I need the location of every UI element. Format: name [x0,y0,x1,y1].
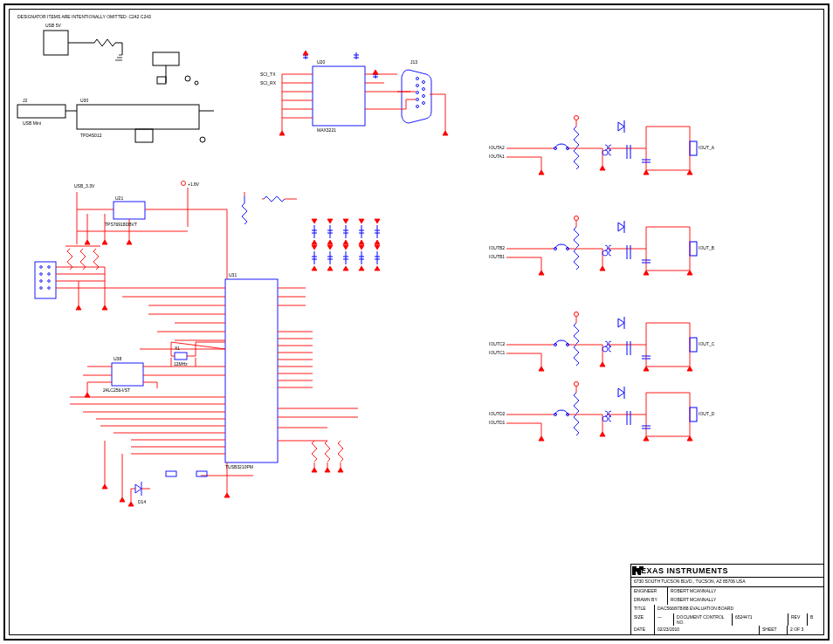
svg-rect-89 [175,353,187,360]
rs232-conn-ref: J13 [410,59,417,65]
dac-d-out: IOUT_D [699,411,714,416]
title-val: DAC5668/78/88 EVALUATION BOARD [657,606,733,611]
svg-rect-15 [313,66,365,126]
mcu-3v3: USB_3.3V [74,183,94,188]
svg-rect-202 [690,338,697,352]
rev-lbl: REV [791,614,800,620]
xtal-ref: X1 [175,346,180,351]
svg-point-55 [40,266,43,269]
size-lbl: SIZE [634,614,644,620]
svg-point-62 [48,287,51,290]
svg-rect-184 [690,141,697,155]
xtal-val: 12MHz [174,361,188,367]
dac-c-inp: IOUTC2 [489,341,505,346]
usb-conn-ref: J2 [23,98,27,103]
drawn-lbl: DRAWN BY [634,597,657,602]
sheet-lbl: SHEET [762,627,777,632]
title-address: 6730 SOUTH TUCSON BLVD., TUCSON, AZ 8570… [631,578,823,587]
svg-rect-193 [690,242,697,256]
dac-c-inn: IOUTC1 [489,350,505,355]
svg-rect-51 [225,279,278,462]
svg-rect-175 [166,471,176,476]
svg-rect-54 [35,262,56,298]
dac-d-inp: IOUTD2 [489,411,505,416]
svg-point-61 [40,287,43,290]
dac-b-inn: IOUTB1 [489,254,505,259]
dac-c-out: IOUT_C [699,341,714,346]
reg-part: TPS76918DBVT [105,222,137,227]
reg-ref: U21 [115,195,123,201]
svg-point-41 [423,81,425,84]
rev-val: B [810,614,813,620]
eng-lbl: ENGINEER [634,588,657,593]
svg-point-38 [416,92,419,94]
usb-conn-type: USB Mini [23,120,41,126]
rs232-ic-part: MAX3221 [317,127,336,133]
svg-point-37 [416,85,419,87]
title-block: TEXAS INSTRUMENTS 6730 SOUTH TUCSON BLVD… [630,564,824,635]
dac-a-out: IOUT_A [699,145,714,150]
svg-point-42 [423,88,425,91]
svg-point-59 [40,280,43,283]
svg-rect-7 [17,105,65,118]
usb-ic-ref: U30 [80,98,88,103]
svg-point-40 [416,106,419,108]
i2c-part: 24LC256-I/ST [103,387,130,393]
mcu-ref: U31 [229,272,237,277]
svg-point-39 [416,99,419,101]
svg-rect-4 [153,52,179,65]
rs232-sigtx: SCI_TX [260,72,276,77]
svg-point-57 [40,273,43,276]
svg-point-74 [182,182,186,186]
svg-point-44 [423,102,425,105]
dac-b-inp: IOUTB2 [489,245,505,250]
mcu-part: TUSB3210PM [225,464,253,469]
svg-rect-6 [157,77,166,84]
schematic-svg [0,0,833,644]
dac-a-inp: IOUTA2 [489,145,505,150]
svg-point-12 [185,76,190,81]
svg-rect-52 [114,202,145,219]
i2c-ref: U38 [114,356,121,361]
svg-point-56 [48,266,51,269]
rs232-sigrx: SCI_RX [260,80,276,86]
svg-point-183 [575,116,579,120]
ti-logo-text: TEXAS INSTRUMENTS [636,566,728,575]
header-note: DESIGNATOR ITEMS ARE INTENTIONALLY OMITT… [17,14,151,19]
dac-b-out: IOUT_B [699,245,714,250]
svg-point-201 [575,312,579,317]
rs232-ic-ref: U20 [317,59,325,65]
size-val: — [657,614,662,620]
svg-point-210 [575,382,579,387]
dac-d-inn: IOUTD1 [489,420,505,425]
svg-rect-8 [77,105,199,129]
date-val: 02/23/2010 [657,627,679,632]
title-lbl: TITLE [634,606,646,611]
svg-rect-0 [44,31,68,55]
svg-point-14 [195,81,198,85]
svg-point-13 [200,137,205,142]
sheet-val: 2 OF 3 [790,627,803,632]
dac-a-inn: IOUTA1 [489,154,505,159]
eng-val: ROBERT MCANNALLY [671,588,716,593]
svg-rect-211 [690,408,697,421]
svg-point-43 [423,95,425,98]
doc-val: 6524471 [735,614,752,620]
drawn-val: ROBERT MCANNALLY [671,597,716,602]
doc-lbl: DOCUMENT CONTROL NO. [677,614,724,625]
svg-point-60 [48,280,51,283]
mcu-1v8: +1.8V [188,182,199,187]
usb-5v-lbl: USB 5V [45,23,61,28]
svg-point-36 [416,78,419,80]
ti-logo-icon [631,565,645,577]
svg-point-192 [575,216,579,221]
led-ref: D14 [138,499,146,504]
usb-ic-part: TPD4S012 [80,133,101,138]
svg-point-58 [48,273,51,276]
svg-rect-10 [135,129,153,142]
date-lbl: DATE [634,627,645,632]
svg-rect-53 [112,363,143,386]
